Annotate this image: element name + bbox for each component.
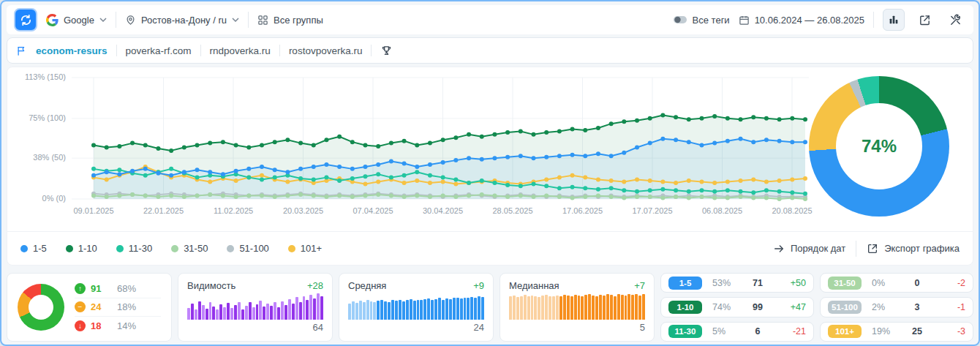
mini-bar [363,302,366,320]
mini-bar [434,299,437,320]
card-delta: +28 [307,280,323,291]
mini-bar [274,302,276,320]
svg-text:07.04.2025: 07.04.2025 [353,206,393,215]
rank-row-1-5[interactable]: 1-553%71+50 [660,273,814,293]
mini-bar [373,302,376,320]
legend-dot [116,245,124,252]
y-axis-label: 113% (150) [12,72,66,81]
rank-value: 71 [739,278,777,288]
competitors-button[interactable] [380,45,393,57]
project-tab[interactable]: rndpoverka.ru [210,45,271,56]
groups-select[interactable]: Все группы [257,15,323,26]
legend-item-11-30[interactable]: 11-30 [116,243,152,254]
divider [279,45,280,56]
rank-share: 19% [866,326,898,336]
mini-bar [277,307,280,320]
rank-share: 0% [866,278,898,288]
card-title: Видимость [187,280,235,291]
mini-bar [295,297,298,320]
mini-bar [606,294,609,320]
bar-chart-icon [888,14,900,26]
rank-row-51-100[interactable]: 51-1002%3-1 [820,297,973,317]
mini-bar [420,300,423,320]
svg-text:28.05.2025: 28.05.2025 [492,206,532,215]
legend-item-51-100[interactable]: 51-100 [227,243,268,254]
dynamics-summary-card: ↑ 91 68% − 24 18% ↓ 18 14% [7,273,172,342]
legend-label: 101+ [301,243,322,254]
tools-button[interactable] [944,9,966,31]
visibility-bars-chart [178,293,332,320]
rank-delta: -3 [936,326,965,336]
tags-label: Все теги [693,15,730,26]
export-chart-button[interactable]: Экспорт графика [867,243,960,255]
project-tab[interactable]: rostovpoverka.ru [289,45,363,56]
arrow-right-icon [773,243,785,255]
mini-bar [464,298,467,320]
mini-bar [391,300,394,320]
mini-bar [377,301,380,320]
divider [856,241,856,257]
mini-bar [431,300,434,320]
search-engine-select[interactable]: Google [46,14,107,26]
project-tab[interactable]: poverka-rf.com [126,45,192,56]
rank-share: 53% [706,278,739,288]
positions-line-chart[interactable]: 09.01.202522.01.202511.02.202520.03.2025… [69,73,815,227]
card-delta: +9 [473,280,484,291]
mini-bar [212,306,215,320]
mini-bar [320,296,323,320]
stat-share: 18% [117,301,161,312]
export-button[interactable] [913,9,935,31]
legend-item-1-10[interactable]: 1-10 [66,243,97,254]
mini-bar [617,294,620,320]
y-axis-label: 0% (0) [12,194,66,203]
legend-item-101+[interactable]: 101+ [288,243,322,254]
stat-value: 18 [91,320,117,331]
sync-button[interactable] [14,8,37,31]
dynamics-donut-chart [18,284,64,331]
divider [116,12,116,28]
mini-bar [570,296,573,320]
date-order-button[interactable]: Порядок дат [773,243,845,255]
card-value: 5 [500,320,654,337]
date-range-picker[interactable]: 10.06.2024 — 26.08.2025 [739,15,864,26]
legend-label: 1-10 [78,243,97,254]
chevron-down-icon [232,18,239,22]
divider [116,45,117,56]
chart-footer: 1-51-1011-3031-5051-100101+ Порядок дат … [7,231,973,265]
region-select[interactable]: Ростов-на-Дону / ru [125,15,239,26]
svg-text:17.06.2025: 17.06.2025 [562,206,603,215]
sync-icon [20,14,32,26]
tags-filter[interactable]: Все теги [673,15,730,26]
project-tab-active[interactable]: econom-resurs [36,45,108,56]
legend-label: 51-100 [239,243,268,254]
rank-row-31-50[interactable]: 31-500%0-2 [820,273,973,293]
mini-bar [538,297,540,320]
summary-cards-row: ↑ 91 68% − 24 18% ↓ 18 14% Видимость [7,273,973,342]
mini-bar [352,301,355,320]
legend-dot [288,245,295,252]
legend-item-31-50[interactable]: 31-50 [171,243,208,254]
mini-bar [610,295,613,320]
mini-bar [256,304,259,320]
chart-view-button[interactable] [883,9,905,31]
chevron-down-icon [99,18,107,22]
trophy-icon [380,45,393,57]
google-icon [46,14,59,26]
mini-bar [527,296,530,320]
rank-row-101+[interactable]: 101+19%25-3 [820,322,973,342]
rank-row-1-10[interactable]: 1-1074%99+47 [660,297,814,317]
tags-toggle-icon [673,15,687,24]
rank-tracker-window: Google Ростов-на-Дону / ru Все группы Вс… [0,0,980,346]
rank-value: 3 [898,302,936,312]
mini-bar [270,306,273,320]
legend-item-1-5[interactable]: 1-5 [20,243,47,254]
rank-value: 99 [739,302,777,312]
mini-bar [252,307,255,320]
mini-bar [359,301,362,320]
mini-bar [625,296,627,320]
mini-bar [599,295,602,320]
mini-bar [595,296,598,320]
mini-bar [284,305,287,320]
rank-badge: 1-10 [668,301,702,314]
rank-row-11-30[interactable]: 11-305%6-21 [660,322,814,342]
